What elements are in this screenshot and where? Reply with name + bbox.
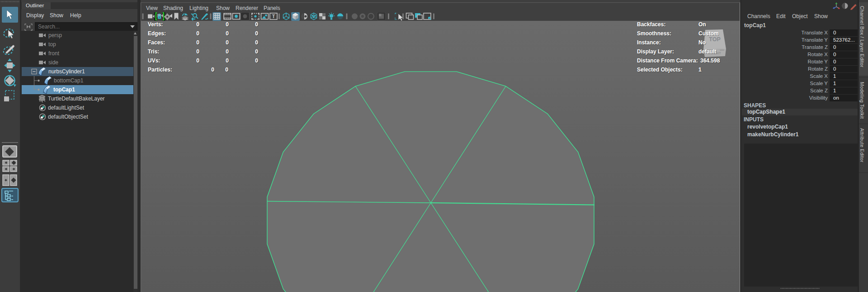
svg-text:T: T: [272, 14, 275, 19]
svg-text:TOP: TOP: [709, 36, 720, 43]
